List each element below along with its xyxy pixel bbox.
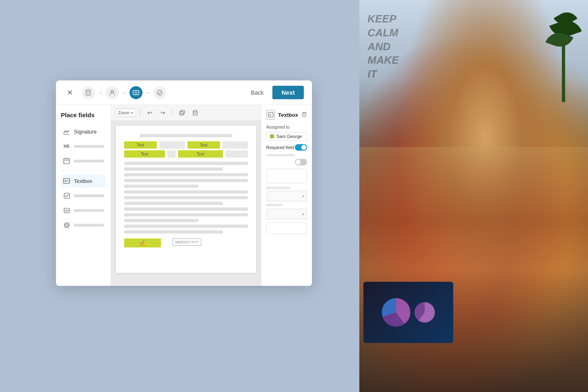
- people-bg: [359, 147, 588, 392]
- checkbox-icon: [62, 192, 71, 200]
- text-field-4[interactable]: Text: [178, 150, 223, 158]
- panel-bottom-area: [266, 223, 307, 234]
- date-field[interactable]: MM/DD/YYYY: [172, 238, 201, 246]
- delete-button[interactable]: [301, 111, 307, 118]
- document-area: Zoom ▾ ↩ ↪: [111, 105, 261, 286]
- panel-placeholder-1: [266, 154, 295, 156]
- toolbar-actions: Back Next: [247, 86, 304, 99]
- small-gap: [167, 150, 176, 158]
- svg-rect-28: [303, 113, 306, 117]
- date-bar: [74, 160, 104, 163]
- assignee-selector[interactable]: Sam George: [266, 132, 307, 141]
- step-arrow-2: →: [121, 89, 127, 96]
- radio-icon: [62, 221, 71, 229]
- text-field-1[interactable]: Text: [124, 141, 157, 149]
- required-field-row: Required field: [266, 144, 307, 151]
- panel-dropdown-1[interactable]: ▾: [266, 191, 307, 201]
- sig-icon: ✍: [139, 240, 146, 246]
- undo-button[interactable]: ↩: [145, 107, 155, 118]
- svg-rect-23: [194, 110, 196, 112]
- panel-header: 1 Textbox: [266, 110, 307, 120]
- sidebar-item-dropdown[interactable]: [61, 204, 106, 217]
- spacer-3: [225, 150, 248, 158]
- svg-rect-9: [64, 158, 69, 164]
- svg-point-7: [157, 90, 162, 95]
- signature-icon: [62, 127, 71, 136]
- dropdown1-arrow: ▾: [302, 194, 304, 198]
- svg-rect-20: [181, 110, 185, 114]
- step-arrow-1: →: [98, 89, 103, 96]
- checkbox-bar: [74, 194, 104, 197]
- svg-rect-21: [180, 111, 183, 115]
- document-page: Text Text Text Text: [116, 126, 256, 273]
- step-recipient[interactable]: [106, 86, 119, 99]
- step-arrow-3: →: [145, 89, 151, 96]
- document-scroll[interactable]: Text Text Text Text: [111, 121, 261, 285]
- doc-line-5: [124, 185, 198, 188]
- assigned-to-label: Assigned to: [266, 125, 307, 129]
- assignee-name: Sam George: [276, 134, 302, 139]
- copy-button[interactable]: [177, 107, 187, 118]
- sidebar-item-signature[interactable]: Signature: [61, 125, 106, 138]
- paste-button[interactable]: [190, 107, 200, 118]
- step-indicators: → → →: [82, 86, 247, 99]
- field-type-icon: 1: [266, 110, 275, 120]
- signature-field[interactable]: ✍: [124, 238, 161, 247]
- sidebar-item-initials[interactable]: HS: [61, 140, 106, 153]
- sidebar-title: Place fields: [61, 111, 106, 118]
- right-panel: 1 Textbox Assigned to Sam George Require…: [261, 105, 312, 286]
- step-complete[interactable]: [153, 86, 166, 99]
- svg-rect-17: [64, 208, 69, 213]
- sidebar-item-date[interactable]: [61, 154, 106, 167]
- close-button[interactable]: ✕: [64, 87, 76, 98]
- sidebar-item-radio[interactable]: [61, 218, 106, 232]
- doc-line-12: [124, 225, 248, 228]
- doc-fields-row-1: Text Text: [124, 141, 248, 149]
- photo-background: KEEPCALMANDMAKEIT: [359, 0, 588, 392]
- content-area: Place fields Signature HS: [56, 105, 312, 286]
- svg-point-3: [111, 90, 114, 93]
- toolbar: ✕ → → → Back Next: [56, 80, 312, 105]
- textbox-label: Textbox: [74, 178, 92, 184]
- sidebar-item-textbox[interactable]: 1 Textbox: [61, 174, 106, 187]
- sidebar: Place fields Signature HS: [56, 105, 111, 286]
- doc-line-1: [124, 162, 248, 165]
- initials-bar: [74, 145, 104, 148]
- text-field-3[interactable]: Text: [124, 150, 165, 158]
- next-button[interactable]: Next: [272, 86, 304, 99]
- signature-label: Signature: [74, 129, 97, 135]
- doc-line-4: [124, 179, 248, 182]
- doc-line-9: [124, 207, 248, 211]
- textbox-icon: 1: [62, 177, 71, 185]
- text-field-2[interactable]: Text: [187, 141, 220, 149]
- doc-line-3: [124, 173, 248, 176]
- spacer-2: [223, 141, 248, 149]
- toolbar-sep-2: [172, 109, 173, 116]
- svg-point-19: [65, 224, 68, 226]
- signature-area: ✍: [124, 238, 161, 247]
- panel-toggle-row-2: [266, 159, 307, 165]
- plant-decoration: [543, 0, 584, 102]
- redo-button[interactable]: ↪: [158, 107, 168, 118]
- laptop: [363, 282, 453, 343]
- doc-fields-row-2: Text Text: [124, 150, 248, 158]
- step-document[interactable]: [82, 86, 95, 99]
- sidebar-item-checkbox[interactable]: [61, 189, 106, 202]
- back-button[interactable]: Back: [247, 87, 267, 98]
- panel-input-field[interactable]: [266, 169, 307, 183]
- window-text: KEEPCALMANDMAKEIT: [368, 12, 399, 81]
- dropdown-bar: [74, 209, 104, 212]
- date-icon: [62, 157, 71, 165]
- zoom-select[interactable]: Zoom ▾: [115, 109, 136, 117]
- zoom-label: Zoom: [118, 110, 129, 115]
- step-fields[interactable]: [129, 86, 143, 99]
- panel-dropdown-2[interactable]: ▾: [266, 209, 307, 219]
- doc-line-2: [124, 167, 223, 171]
- initials-icon: HS: [62, 142, 71, 150]
- doc-line-7: [124, 196, 248, 199]
- secondary-toggle[interactable]: [295, 159, 307, 165]
- panel-title: Textbox: [278, 112, 298, 118]
- required-field-label: Required field: [266, 145, 294, 150]
- panel-placeholder-2: [266, 187, 291, 189]
- required-toggle[interactable]: [295, 144, 307, 151]
